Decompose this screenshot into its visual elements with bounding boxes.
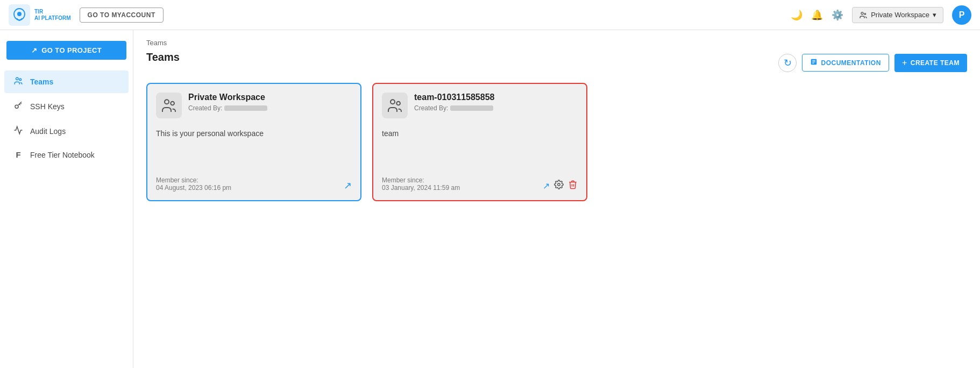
created-by-value-blurred-2: [450, 105, 493, 111]
bell-icon[interactable]: 🔔: [811, 9, 823, 21]
gear-icon[interactable]: ⚙️: [832, 9, 843, 21]
svg-point-2: [861, 12, 863, 14]
go-to-project-label: GO TO PROJECT: [41, 46, 102, 54]
svg-point-11: [165, 100, 169, 104]
created-by-label: Created By:: [188, 104, 222, 112]
svg-point-6: [15, 105, 18, 108]
card-settings-icon[interactable]: [554, 180, 564, 192]
create-team-button[interactable]: + CREATE TEAM: [894, 54, 967, 72]
team-description: This is your personal workspace: [156, 129, 352, 164]
team-card-header-2: team-010311585858 Created By:: [382, 93, 578, 118]
teams-icon: [13, 76, 24, 88]
svg-point-1: [17, 12, 22, 16]
svg-point-15: [558, 183, 560, 186]
main-layout: ↗ GO TO PROJECT Teams SSH Keys: [0, 30, 980, 368]
documentation-label: DOCUMENTATION: [821, 59, 880, 67]
team-card-private-workspace[interactable]: Private Workspace Created By: This is yo…: [146, 83, 361, 201]
logo-icon: [9, 4, 30, 26]
created-by-value-blurred: [224, 105, 267, 111]
team-card-header: Private Workspace Created By:: [156, 93, 352, 118]
refresh-button[interactable]: ↻: [778, 54, 797, 72]
sidebar-item-teams[interactable]: Teams: [4, 70, 129, 93]
workspace-icon: [859, 11, 868, 19]
header-left: TIR AI PLATFORM GO TO MYACCOUNT: [9, 4, 164, 26]
logo-text: TIR AI PLATFORM: [34, 9, 71, 22]
action-buttons: ↻ DOCUMENTATION + CREATE T: [778, 54, 967, 72]
team-avatar: [156, 93, 182, 118]
launch-icon[interactable]: ↗: [344, 180, 352, 192]
ssh-keys-icon: [13, 101, 24, 112]
sidebar-item-free-tier-label: Free Tier Notebook: [30, 151, 95, 159]
go-to-project-button[interactable]: ↗ GO TO PROJECT: [6, 41, 126, 60]
doc-icon: [810, 58, 818, 67]
free-tier-icon: F: [13, 150, 24, 159]
member-since-date-2: 03 January, 2024 11:59 am: [382, 184, 460, 192]
team-info: Private Workspace Created By:: [188, 93, 352, 112]
documentation-button[interactable]: DOCUMENTATION: [802, 54, 889, 72]
team-name: Private Workspace: [188, 93, 352, 102]
member-since-label: Member since:: [156, 176, 231, 184]
card-launch-icon[interactable]: ↗: [543, 181, 550, 191]
team-card-team-010311585858[interactable]: team-010311585858 Created By: team Membe…: [372, 83, 587, 201]
team-footer: Member since: 04 August, 2023 06:16 pm ↗: [156, 168, 352, 192]
member-since-label-2: Member since:: [382, 176, 460, 184]
created-by-label-2: Created By:: [414, 104, 448, 112]
team-name-2: team-010311585858: [414, 93, 578, 102]
member-since: Member since: 04 August, 2023 06:16 pm: [156, 176, 231, 192]
team-info-2: team-010311585858 Created By:: [414, 93, 578, 112]
content-header: Teams ↻ DOCUMENTATION: [146, 51, 967, 74]
workspace-label: Private Workspace: [871, 11, 929, 19]
team-avatar-2: [382, 93, 408, 118]
chevron-down-icon: ▾: [933, 11, 936, 19]
card-delete-icon[interactable]: [568, 180, 578, 192]
svg-rect-9: [813, 61, 816, 62]
sidebar-item-teams-label: Teams: [30, 77, 53, 86]
page-title: Teams: [146, 51, 180, 63]
svg-point-13: [390, 100, 395, 104]
avatar[interactable]: P: [952, 5, 971, 25]
svg-point-3: [864, 13, 866, 15]
plus-icon: +: [902, 58, 907, 68]
go-to-account-button[interactable]: GO TO MYACCOUNT: [80, 8, 164, 23]
svg-point-14: [396, 102, 400, 105]
sidebar-item-ssh-keys[interactable]: SSH Keys: [4, 95, 129, 118]
svg-point-4: [16, 77, 19, 80]
logo: TIR AI PLATFORM: [9, 4, 71, 26]
create-team-label: CREATE TEAM: [911, 59, 960, 67]
team-description-2: team: [382, 129, 578, 164]
sidebar-item-audit-logs-label: Audit Logs: [30, 127, 66, 136]
header-right: 🌙 🔔 ⚙️ Private Workspace ▾ P: [791, 5, 971, 25]
sidebar-item-free-tier[interactable]: F Free Tier Notebook: [4, 145, 129, 165]
sidebar-item-audit-logs[interactable]: Audit Logs: [4, 120, 129, 143]
team-footer-2: Member since: 03 January, 2024 11:59 am …: [382, 168, 578, 192]
member-since-date: 04 August, 2023 06:16 pm: [156, 184, 231, 192]
svg-point-12: [171, 102, 174, 105]
teams-grid: Private Workspace Created By: This is yo…: [146, 83, 967, 201]
svg-rect-10: [813, 63, 815, 63]
sidebar: ↗ GO TO PROJECT Teams SSH Keys: [0, 30, 133, 368]
created-by-2: Created By:: [414, 104, 578, 112]
refresh-icon: ↻: [784, 57, 792, 69]
svg-rect-8: [813, 60, 816, 61]
audit-logs-icon: [13, 125, 24, 137]
moon-icon[interactable]: 🌙: [791, 9, 803, 21]
arrow-icon: ↗: [31, 46, 37, 54]
card-actions: ↗: [543, 180, 578, 192]
content-area: Teams Teams ↻ DOCUMENTATION: [133, 30, 980, 368]
workspace-button[interactable]: Private Workspace ▾: [852, 7, 943, 23]
member-since-2: Member since: 03 January, 2024 11:59 am: [382, 176, 460, 192]
created-by: Created By:: [188, 104, 352, 112]
sidebar-item-ssh-keys-label: SSH Keys: [30, 102, 65, 111]
header: TIR AI PLATFORM GO TO MYACCOUNT 🌙 🔔 ⚙️ P…: [0, 0, 980, 30]
breadcrumb: Teams: [146, 39, 967, 47]
svg-point-5: [19, 79, 22, 81]
